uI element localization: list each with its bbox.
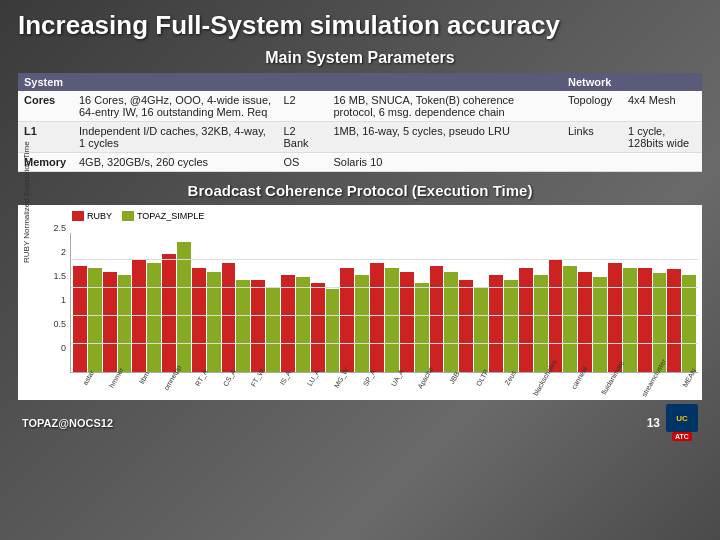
net-val-col: 1 cycle, 128bits wide	[622, 122, 702, 153]
bar-group	[340, 268, 369, 372]
topaz-bar	[415, 283, 429, 372]
bar-group	[281, 275, 310, 372]
section-title: Main System Parameters	[18, 49, 702, 67]
bar-group	[667, 269, 696, 372]
net-label-col: Topology	[562, 91, 622, 122]
bar-group	[192, 268, 221, 372]
x-axis-labels: astarhmmerlibmomnetppRT_ACS_AFT_WIS_ALU_…	[22, 375, 698, 403]
table-row: Cores 16 Cores, @4GHz, OOO, 4-wide issue…	[18, 91, 702, 122]
system-header: System	[18, 73, 73, 91]
params-table: System Network Cores 16 Cores, @4GHz, OO…	[18, 73, 702, 172]
net-label-col	[562, 153, 622, 172]
ruby-bar	[340, 268, 354, 372]
ruby-bar	[162, 254, 176, 372]
ruby-bar	[519, 268, 533, 372]
legend-topaz-label: TOPAZ_SIMPLE	[137, 211, 204, 221]
bar-group	[489, 275, 518, 372]
ruby-bar	[192, 268, 206, 372]
topaz-bar	[563, 266, 577, 372]
bar-group	[459, 280, 488, 372]
y-tick-0: 0	[61, 343, 66, 353]
bar-group	[311, 283, 340, 372]
desc2-col: 1MB, 16-way, 5 cycles, pseudo LRU	[327, 122, 562, 153]
grid-line-2	[71, 259, 698, 260]
ruby-bar	[132, 260, 146, 372]
topaz-bar	[623, 268, 637, 372]
topaz-bar	[355, 275, 369, 372]
chart-inner: 2.5 2 1.5 1 0.5 0 RUBY Normalized Execut…	[22, 223, 698, 373]
legend-topaz-color	[122, 211, 134, 221]
topaz-bar	[593, 277, 607, 372]
topaz-bar	[236, 280, 250, 372]
ruby-bar	[489, 275, 503, 372]
page-title: Increasing Full-System simulation accura…	[18, 10, 702, 41]
bar-group	[162, 242, 191, 372]
legend-ruby: RUBY	[72, 211, 112, 221]
bar-group	[430, 266, 459, 372]
network-spacer	[73, 73, 562, 91]
topaz-bar	[118, 275, 132, 372]
desc1-col: 4GB, 320GB/s, 260 cycles	[73, 153, 277, 172]
ruby-bar	[311, 283, 325, 372]
topaz-bar	[534, 275, 548, 372]
uc-logo: UC	[666, 404, 698, 432]
grid-line-15	[71, 287, 698, 288]
net-val-col	[622, 153, 702, 172]
grid-line-1	[71, 315, 698, 316]
topaz-bar	[504, 280, 518, 372]
y-axis-title: RUBY Normalized Execution Time	[22, 143, 31, 263]
ruby-bar	[222, 263, 236, 372]
bar-group	[251, 280, 280, 372]
net-val-col: 4x4 Mesh	[622, 91, 702, 122]
bar-group	[549, 260, 578, 372]
chart-title: Broadcast Coherence Protocol (Execution …	[18, 182, 702, 199]
y-tick-2: 2	[61, 247, 66, 257]
topaz-bar	[296, 277, 310, 372]
topaz-bar	[88, 268, 102, 372]
atc-badge: ATC	[672, 432, 692, 441]
ruby-bar	[608, 263, 622, 372]
bar-group	[519, 268, 548, 372]
chart-section: Broadcast Coherence Protocol (Execution …	[18, 182, 702, 400]
ruby-bar	[459, 280, 473, 372]
bar-group	[132, 260, 161, 372]
y-tick-15: 1.5	[53, 271, 66, 281]
topaz-bar	[177, 242, 191, 372]
topaz-bar	[385, 268, 399, 372]
ruby-bar	[549, 260, 563, 372]
label-col: OS	[277, 153, 327, 172]
bar-group	[222, 263, 251, 372]
label-col: L2	[277, 91, 327, 122]
system-col: Cores	[18, 91, 73, 122]
desc2-col: Solaris 10	[327, 153, 562, 172]
ruby-bar	[281, 275, 295, 372]
legend-ruby-label: RUBY	[87, 211, 112, 221]
bar-group	[370, 263, 399, 372]
ruby-bar	[430, 266, 444, 372]
chart-legend: RUBY TOPAZ_SIMPLE	[72, 211, 698, 221]
bar-group	[638, 268, 667, 372]
net-label-col: Links	[562, 122, 622, 153]
ruby-bar	[638, 268, 652, 372]
topaz-bar	[147, 263, 161, 372]
desc2-col: 16 MB, SNUCA, Token(B) coherence protoco…	[327, 91, 562, 122]
bars-area	[70, 233, 698, 373]
bar-group	[73, 266, 102, 372]
footer: TOPAZ@NOCS12 13 UC ATC	[18, 404, 702, 441]
y-tick-05: 0.5	[53, 319, 66, 329]
bar-group	[608, 263, 637, 372]
footer-label: TOPAZ@NOCS12	[22, 417, 113, 429]
network-header: Network	[562, 73, 702, 91]
legend-ruby-color	[72, 211, 84, 221]
ruby-bar	[370, 263, 384, 372]
page-number: 13	[647, 416, 660, 430]
grid-line-05	[71, 343, 698, 344]
y-tick-1: 1	[61, 295, 66, 305]
topaz-bar	[326, 289, 340, 372]
table-row: L1 Independent I/D caches, 32KB, 4-way, …	[18, 122, 702, 153]
ruby-bar	[251, 280, 265, 372]
topaz-bar	[682, 275, 696, 372]
y-tick-25: 2.5	[53, 223, 66, 233]
table-row: Memory 4GB, 320GB/s, 260 cycles OS Solar…	[18, 153, 702, 172]
desc1-col: Independent I/D caches, 32KB, 4-way, 1 c…	[73, 122, 277, 153]
